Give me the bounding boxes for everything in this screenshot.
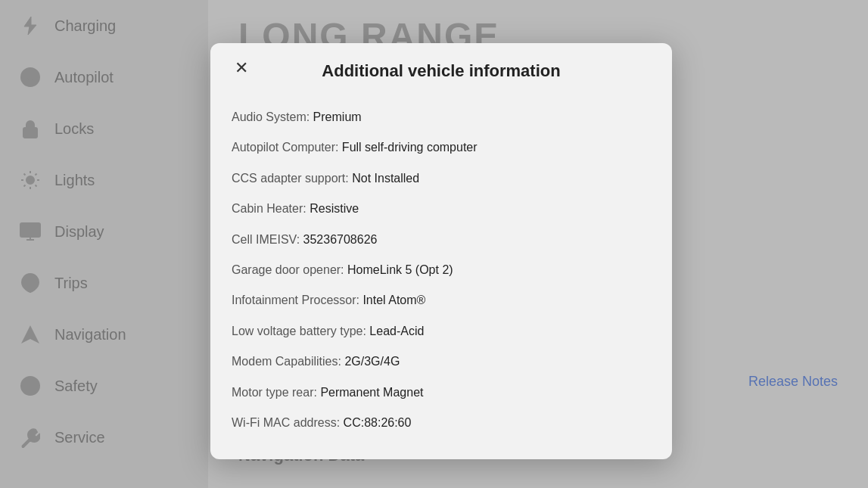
info-row: Wi-Fi MAC address: CC:88:26:60 (232, 408, 651, 438)
modal-close-button[interactable]: ✕ (232, 57, 251, 79)
info-row: Cabin Heater: Resistive (232, 194, 651, 224)
info-value: Resistive (310, 202, 359, 215)
info-row: Motor type rear: Permanent Magnet (232, 378, 651, 408)
modal-title: Additional vehicle information (232, 61, 651, 81)
info-label: Motor type rear: (232, 386, 317, 399)
info-row: Infotainment Processor: Intel Atom® (232, 285, 651, 315)
info-label: Wi-Fi MAC address: (232, 416, 340, 429)
info-value: 35236708626 (303, 233, 378, 246)
info-row: Autopilot Computer: Full self-driving co… (232, 132, 651, 163)
info-label: Cabin Heater: (232, 202, 306, 215)
info-row: Cell IMEISV: 35236708626 (232, 225, 651, 255)
info-value: CC:88:26:60 (344, 416, 412, 429)
info-label: Autopilot Computer: (232, 141, 338, 154)
info-label: Garage door opener: (232, 263, 344, 276)
info-row: Low voltage battery type: Lead-Acid (232, 316, 651, 347)
info-value: Intel Atom® (362, 294, 425, 306)
info-value: Full self-driving computer (342, 141, 478, 154)
info-row: Audio System: Premium (232, 102, 651, 132)
info-label: CCS adapter support: (232, 172, 349, 185)
info-label: Low voltage battery type: (232, 325, 366, 337)
info-value: Premium (313, 110, 362, 123)
modal-additional-vehicle-info: ✕ Additional vehicle information Audio S… (210, 43, 672, 459)
info-row: CCS adapter support: Not Installed (232, 163, 651, 194)
info-value: Permanent Magnet (320, 386, 423, 399)
info-label: Infotainment Processor: (232, 294, 359, 306)
info-value: Lead-Acid (369, 325, 424, 337)
info-label: Cell IMEISV: (232, 233, 300, 246)
modal-body: Audio System: PremiumAutopilot Computer:… (210, 93, 672, 459)
info-row: Garage door opener: HomeLink 5 (Opt 2) (232, 255, 651, 285)
info-label: Audio System: (232, 110, 310, 123)
close-icon: ✕ (235, 58, 248, 77)
info-row: Modem Capabilities: 2G/3G/4G (232, 347, 651, 377)
info-value: 2G/3G/4G (344, 355, 400, 368)
info-label: Modem Capabilities: (232, 355, 341, 368)
info-value: HomeLink 5 (Opt 2) (347, 263, 453, 276)
info-value: Not Installed (352, 172, 419, 185)
modal-header: ✕ Additional vehicle information (210, 43, 672, 93)
